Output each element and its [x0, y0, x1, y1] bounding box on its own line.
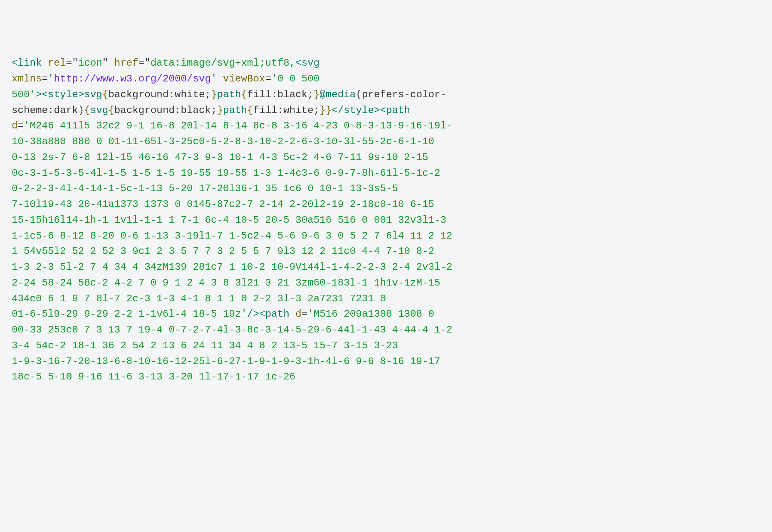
- path-d1-line2: 10-38a880 880 0 01-11-65l-3-25c0-5-2-8-3…: [12, 136, 434, 147]
- path-d2-line4: 1-9-3-16-7-20-13-6-8-10-16-12-25l-6-27-1…: [12, 356, 440, 367]
- attr-d-2: d: [295, 308, 302, 320]
- css-media-query-1: (prefers-color-: [356, 89, 446, 100]
- path-d1-line5: 0-2-2-3-4l-4-14-1-5c-1-13 5-20 17-20l36-…: [12, 183, 398, 194]
- css-at-media: @media: [319, 89, 356, 100]
- css-fill-black: fill:black;: [247, 89, 314, 100]
- path-d2-line1: M516 209a1308 1308 0: [314, 308, 434, 320]
- path-d1-line8: 1-1c5-6 8-12 8-20 0-6 1-13 3-19l1-7 1-5c…: [12, 230, 453, 241]
- tag-path-open-2: <path: [259, 308, 290, 320]
- path-d1-line6: 7-10l19-43 20-41a1373 1373 0 0145-87c2-7…: [12, 199, 434, 210]
- path-d1-line3: 0-13 2s-7 6-8 12l-15 46-16 47-3 9-3 10-1…: [12, 152, 428, 163]
- tag-link-open: <link: [12, 57, 42, 69]
- tag-path-selfclose: />: [247, 308, 259, 320]
- css-selector-path: path: [217, 89, 241, 100]
- code-block: <link rel="icon" href="data:image/svg+xm…: [12, 57, 453, 382]
- tag-style-open: <style>: [42, 89, 84, 100]
- attr-xmlns: xmlns: [12, 73, 42, 84]
- href-data-prefix: data:image/svg+xml;utf8,: [151, 57, 295, 69]
- tag-svg-open: <svg: [295, 57, 319, 69]
- path-d1-line12: 434c0 6 1 9 7 8l-7 2c-3 1-3 4-1 8 1 1 0 …: [12, 293, 386, 304]
- attr-d-1: d: [12, 120, 18, 131]
- css-bg-white: background:white;: [108, 89, 211, 100]
- path-d2-line2: 00-33 253c0 7 3 13 7 19-4 0-7-2-7-4l-3-8…: [12, 324, 453, 335]
- path-d1-line13: 01-6-5l9-29 9-29 2-2 1-1v6l-4 18-5 19z: [12, 308, 241, 320]
- tag-path-open-1: <path: [380, 105, 410, 116]
- attr-viewbox: viewBox: [223, 73, 265, 84]
- path-d1-line4: 0c-3-1-5-3-5-4l-1-5 1-5 1-5 19-55 19-55 …: [12, 167, 440, 179]
- path-d2-line3: 3-4 54c-2 18-1 36 2 54 2 13 6 24 11 34 4…: [12, 340, 398, 351]
- attr-rel: rel: [48, 57, 66, 69]
- path-d1-line1: M246 411l5 32c2 9-1 16-8 20l-14 8-14 8c-…: [30, 120, 453, 131]
- path-d1-line9: 1 54v55l2 52 2 52 3 9c1 2 3 5 7 7 3 2 5 …: [12, 246, 434, 257]
- rel-value: icon: [78, 57, 102, 69]
- path-d1-line10: 1-3 2-3 5l-2 7 4 34 4 34zM139 281c7 1 10…: [12, 261, 453, 273]
- path-d2-line5: 18c-5 5-10 9-16 11-6 3-13 3-20 1l-17-1-1…: [12, 371, 295, 382]
- css-fill-white: fill:white;: [253, 105, 320, 116]
- css-selector-svg: svg: [84, 89, 102, 100]
- viewbox-value-1: 0 0 500: [277, 73, 320, 84]
- css-bg-black: background:black;: [114, 105, 217, 116]
- viewbox-value-2: 500: [12, 89, 30, 100]
- path-d1-line11: 2-24 58-24 58c-2 4-2 7 0 9 1 2 4 3 8 3l2…: [12, 277, 440, 288]
- attr-href: href: [114, 57, 139, 69]
- path-d1-line7: 15-15h16l14-1h-1 1v1l-1-1 1 7-1 6c-4 10-…: [12, 214, 446, 226]
- xmlns-url: http://www.w3.org/2000/svg: [54, 73, 211, 84]
- tag-style-close: </style>: [332, 105, 380, 116]
- css-media-query-2: scheme:dark): [12, 105, 84, 116]
